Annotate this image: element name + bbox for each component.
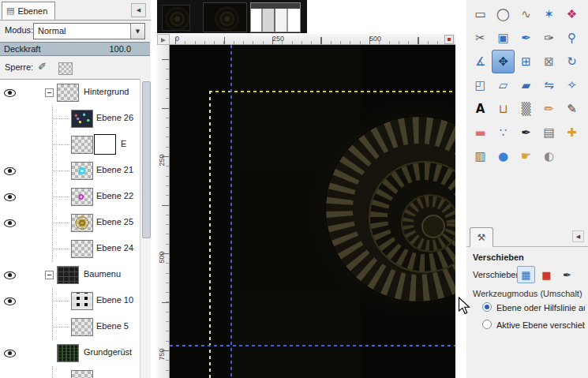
layer-visibility-eye-icon[interactable]: [4, 89, 16, 97]
ammonite-image: [288, 69, 455, 337]
guide-horizontal[interactable]: [170, 345, 455, 346]
layer-boundary-top: [209, 91, 455, 92]
tool-perspective-clone[interactable]: ▥: [469, 144, 492, 168]
tab-tool-options[interactable]: ⚒: [470, 227, 493, 247]
tool-smudge[interactable]: ☛: [515, 144, 537, 168]
move-target-path[interactable]: ✒: [558, 266, 576, 283]
scrollbar-thumb[interactable]: [142, 81, 151, 238]
tool-cage-transform[interactable]: ✧: [560, 73, 583, 97]
tool-scissors-select[interactable]: ✂: [469, 26, 492, 50]
ruler-ticks: [170, 34, 455, 44]
layer-visibility-eye-icon[interactable]: [4, 350, 16, 357]
tool-heal[interactable]: ✚: [560, 121, 583, 144]
tool-zoom[interactable]: ⚲: [560, 26, 583, 50]
image-viewport[interactable]: [170, 45, 455, 378]
layer-visibility-eye-icon[interactable]: [4, 167, 16, 175]
move-target-layer[interactable]: ▦: [517, 266, 535, 283]
tool-blend[interactable]: ▒: [515, 97, 537, 121]
tool-move[interactable]: ✥: [492, 50, 515, 73]
dock-menu-button[interactable]: ◀: [572, 230, 584, 242]
tool-ellipse-select[interactable]: ◯: [492, 2, 515, 26]
layer-thumbnail: [71, 188, 93, 206]
vertical-ruler[interactable]: 250500750: [157, 45, 170, 378]
ruler-label: 250: [272, 35, 284, 43]
radio-button[interactable]: [482, 320, 492, 329]
tool-crop[interactable]: ⊠: [537, 50, 560, 73]
mode-label: Modus:: [5, 25, 33, 35]
layer-row[interactable]: Ebene 25: [0, 210, 140, 236]
image-tab-1[interactable]: [162, 5, 190, 31]
tool-pencil[interactable]: ✏: [537, 97, 560, 121]
tool-text[interactable]: A: [469, 97, 492, 121]
ruler-corner-button[interactable]: [157, 34, 170, 45]
tool-bucket-fill[interactable]: ⊔: [492, 97, 515, 121]
tool-dodge-burn[interactable]: ◐: [537, 144, 560, 168]
gimp-window: ▤ Ebenen ◀ Modus: Normal ▼ Deckkraft 100…: [0, 0, 588, 378]
tool-clone[interactable]: ▤: [537, 121, 560, 144]
tool-rotate[interactable]: ↻: [560, 50, 583, 73]
layer-row[interactable]: Ebene 21: [0, 158, 140, 184]
radio-button[interactable]: [482, 302, 492, 312]
layer-row[interactable]: E: [0, 132, 140, 158]
tool-foreground-select[interactable]: ▣: [492, 26, 515, 50]
tool-rectangle-select[interactable]: ▭: [469, 2, 492, 26]
move-target-selection[interactable]: ■: [537, 266, 556, 283]
lock-alpha-toggle[interactable]: [58, 62, 73, 75]
tool-free-select[interactable]: ∿: [515, 2, 537, 26]
tab-ebenen[interactable]: ▤ Ebenen: [2, 2, 55, 20]
image-tab-2[interactable]: [203, 2, 247, 32]
ruler-ticks: [157, 45, 169, 378]
tool-paths[interactable]: ✒: [515, 26, 537, 50]
tool-eraser[interactable]: ▬: [469, 121, 492, 144]
tree-line: [52, 249, 69, 249]
opacity-slider[interactable]: Deckkraft 100.0: [0, 42, 150, 56]
layer-thumbnail: [71, 162, 93, 180]
layer-row[interactable]: Ebene 24: [0, 236, 140, 262]
ruler-label: 0: [175, 35, 179, 43]
expand-toggle-icon[interactable]: [45, 271, 54, 279]
tool-airbrush[interactable]: ∵: [492, 121, 515, 144]
mouse-cursor: [458, 297, 471, 316]
tool-mode-option[interactable]: Ebene oder Hilfslinie auswäh: [466, 300, 588, 317]
layers-scrollbar[interactable]: [140, 79, 151, 378]
layer-visibility-eye-icon[interactable]: [4, 298, 16, 305]
image-tab-3[interactable]: [250, 2, 301, 32]
layer-row[interactable]: Ebene 5: [0, 314, 140, 340]
tool-ink[interactable]: ✒: [515, 121, 537, 144]
tool-mode-option[interactable]: Aktive Ebene verschieben: [466, 317, 588, 335]
dock-menu-button[interactable]: ◀: [131, 3, 146, 17]
tool-options-title: Verschieben: [473, 253, 524, 262]
tool-measure[interactable]: ∡: [469, 50, 492, 73]
tool-fuzzy-select[interactable]: ✶: [537, 2, 560, 26]
layer-visibility-eye-icon[interactable]: [4, 219, 16, 227]
layer-row[interactable]: Ebene 26: [0, 106, 140, 132]
canvas-menu-button[interactable]: [444, 35, 454, 44]
tool-shear[interactable]: ▱: [492, 73, 515, 97]
layer-row[interactable]: Ebene 22: [0, 184, 140, 210]
tool-mode-radios: Ebene oder Hilfslinie auswähAktive Ebene…: [466, 300, 588, 335]
layer-mode-select[interactable]: Normal ▼: [33, 23, 145, 39]
layer-name: Ebene 21: [96, 165, 133, 174]
tool-perspective[interactable]: ▰: [515, 73, 537, 97]
layer-thumbnail: [57, 266, 79, 284]
tool-blur-sharpen[interactable]: ●: [492, 144, 515, 168]
layer-row[interactable]: Grundgerüst: [0, 340, 140, 366]
tab-ebenen-label: Ebenen: [17, 6, 47, 16]
expand-toggle-icon[interactable]: [45, 88, 54, 97]
tool-color-picker[interactable]: ✑: [537, 26, 560, 50]
layer-row[interactable]: Hintergrund: [0, 80, 140, 106]
layer-row[interactable]: Baumenu: [0, 262, 140, 288]
tool-select-by-color[interactable]: ❖: [560, 2, 583, 26]
tool-flip[interactable]: ⇋: [537, 73, 560, 97]
lock-paint-toggle-icon[interactable]: ✐: [38, 61, 47, 73]
tool-paintbrush[interactable]: ✎: [560, 97, 583, 121]
layer-row[interactable]: [0, 366, 140, 378]
layer-visibility-eye-icon[interactable]: [4, 193, 16, 201]
horizontal-ruler[interactable]: 0250500: [170, 34, 455, 45]
layers-icon: ▤: [6, 6, 14, 16]
layer-row[interactable]: Ebene 10: [0, 288, 140, 314]
layer-visibility-eye-icon[interactable]: [4, 271, 16, 279]
tool-scale[interactable]: ◰: [469, 73, 492, 97]
tool-align[interactable]: ⊞: [515, 50, 537, 73]
guide-vertical[interactable]: [230, 45, 232, 378]
